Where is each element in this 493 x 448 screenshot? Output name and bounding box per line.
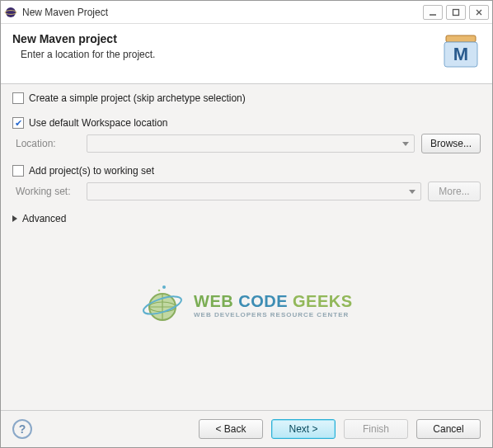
help-icon[interactable]: ? bbox=[12, 419, 32, 439]
working-set-label: Working set: bbox=[16, 186, 80, 197]
dialog-window: New Maven Project New Maven project Ente… bbox=[0, 0, 493, 448]
svg-point-8 bbox=[149, 302, 176, 312]
window-controls bbox=[423, 5, 489, 20]
svg-point-7 bbox=[149, 294, 176, 320]
watermark-title: WEB CODE GEEKS bbox=[194, 292, 353, 311]
working-set-checkbox-label: Add project(s) to working set bbox=[29, 165, 154, 177]
advanced-expander[interactable]: Advanced bbox=[12, 213, 481, 224]
back-button[interactable]: < Back bbox=[199, 419, 263, 439]
dialog-header: New Maven project Enter a location for t… bbox=[1, 24, 492, 84]
chevron-right-icon bbox=[12, 215, 17, 222]
working-set-checkbox[interactable] bbox=[12, 165, 24, 177]
svg-point-10 bbox=[162, 285, 166, 289]
location-combo[interactable] bbox=[87, 134, 415, 153]
eclipse-icon bbox=[4, 6, 17, 19]
default-workspace-label: Use default Workspace location bbox=[29, 117, 168, 129]
page-subtitle: Enter a location for the project. bbox=[21, 49, 441, 60]
default-workspace-checkbox[interactable] bbox=[12, 117, 24, 129]
watermark-subtitle: WEB DEVELOPERS RESOURCE CENTER bbox=[194, 311, 353, 318]
titlebar: New Maven Project bbox=[1, 1, 492, 24]
svg-rect-3 bbox=[453, 9, 459, 15]
finish-button[interactable]: Finish bbox=[344, 419, 408, 439]
svg-point-0 bbox=[6, 7, 16, 17]
minimize-button[interactable] bbox=[423, 5, 443, 20]
window-title: New Maven Project bbox=[22, 7, 423, 18]
more-button[interactable]: More... bbox=[428, 182, 481, 201]
svg-point-11 bbox=[158, 290, 161, 292]
svg-rect-4 bbox=[446, 35, 476, 42]
maximize-button[interactable] bbox=[446, 5, 466, 20]
svg-text:M: M bbox=[453, 44, 468, 64]
working-set-field-row: Working set: More... bbox=[16, 182, 481, 201]
next-button[interactable]: Next > bbox=[271, 419, 336, 439]
simple-project-checkbox[interactable] bbox=[12, 92, 24, 104]
dialog-body: Create a simple project (skip archetype … bbox=[1, 84, 492, 410]
cancel-button[interactable]: Cancel bbox=[416, 419, 481, 439]
watermark: WEB CODE GEEKS WEB DEVELOPERS RESOURCE C… bbox=[139, 282, 354, 328]
advanced-label: Advanced bbox=[22, 213, 66, 224]
watermark-globe-icon bbox=[139, 282, 185, 328]
svg-point-9 bbox=[142, 293, 184, 318]
page-title: New Maven project bbox=[12, 32, 441, 45]
location-row: Location: Browse... bbox=[16, 134, 481, 153]
working-set-combo[interactable] bbox=[87, 182, 421, 200]
default-workspace-row: Use default Workspace location bbox=[12, 117, 481, 129]
simple-project-row: Create a simple project (skip archetype … bbox=[12, 92, 481, 104]
maven-icon: M bbox=[441, 32, 481, 72]
browse-button[interactable]: Browse... bbox=[421, 134, 481, 153]
simple-project-label: Create a simple project (skip archetype … bbox=[29, 92, 246, 104]
working-set-row: Add project(s) to working set bbox=[12, 165, 481, 177]
location-label: Location: bbox=[16, 138, 80, 149]
dialog-footer: ? < Back Next > Finish Cancel bbox=[1, 410, 492, 447]
close-button[interactable] bbox=[469, 5, 489, 20]
